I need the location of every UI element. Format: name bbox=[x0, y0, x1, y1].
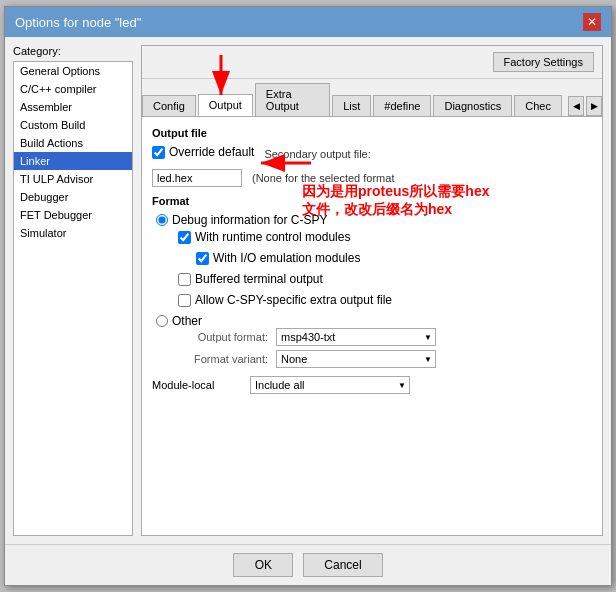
output-format-label: Output format: bbox=[178, 331, 268, 343]
category-item-general[interactable]: General Options bbox=[14, 62, 132, 80]
dialog-footer: OK Cancel bbox=[5, 544, 611, 585]
override-label: Override default bbox=[169, 145, 254, 159]
category-label: Category: bbox=[13, 45, 133, 57]
format-variant-row: Format variant: None bbox=[178, 350, 592, 368]
close-button[interactable]: ✕ bbox=[583, 13, 601, 31]
category-item-custom-build[interactable]: Custom Build bbox=[14, 116, 132, 134]
buffered-checkbox[interactable] bbox=[178, 273, 191, 286]
other-label: Other bbox=[172, 314, 202, 328]
module-local-label: Module-local bbox=[152, 379, 242, 391]
module-local-select-wrapper: Include all Include none Custom bbox=[250, 376, 410, 394]
tab-list[interactable]: List bbox=[332, 95, 371, 116]
tab-chec[interactable]: Chec bbox=[514, 95, 562, 116]
debug-radio-row: Debug information for C-SPY bbox=[156, 213, 592, 227]
override-checkbox[interactable] bbox=[152, 146, 165, 159]
buffered-label: Buffered terminal output bbox=[195, 272, 323, 286]
tab-nav-right[interactable]: ▶ bbox=[586, 96, 602, 116]
debug-radio[interactable] bbox=[156, 214, 168, 226]
tab-content: Output file Override default Secondary o… bbox=[142, 117, 602, 535]
category-item-build-actions[interactable]: Build Actions bbox=[14, 134, 132, 152]
module-local-select[interactable]: Include all Include none Custom bbox=[250, 376, 410, 394]
cancel-button[interactable]: Cancel bbox=[303, 553, 382, 577]
buffered-checkbox-row: Buffered terminal output bbox=[178, 272, 592, 286]
tab-output[interactable]: Output bbox=[198, 94, 253, 116]
override-row: Override default Secondary output file: bbox=[152, 145, 592, 163]
runtime-checkbox[interactable] bbox=[178, 231, 191, 244]
output-file-section-title: Output file bbox=[152, 127, 592, 139]
output-format-row: Output format: msp430-txt bbox=[178, 328, 592, 346]
format-variant-label: Format variant: bbox=[178, 353, 268, 365]
other-radio[interactable] bbox=[156, 315, 168, 327]
category-item-cpp[interactable]: C/C++ compiler bbox=[14, 80, 132, 98]
debug-label: Debug information for C-SPY bbox=[172, 213, 327, 227]
tab-nav-arrows: ◀ ▶ bbox=[568, 96, 602, 116]
dialog-title: Options for node "led" bbox=[15, 15, 141, 30]
io-checkbox-row: With I/O emulation modules bbox=[196, 251, 592, 265]
title-bar: Options for node "led" ✕ bbox=[5, 7, 611, 37]
dialog-body: Category: General Options C/C++ compiler… bbox=[5, 37, 611, 544]
runtime-label: With runtime control modules bbox=[195, 230, 350, 244]
tab-define[interactable]: #define bbox=[373, 95, 431, 116]
buffered-indent: Buffered terminal output bbox=[178, 272, 592, 290]
category-item-simulator[interactable]: Simulator bbox=[14, 224, 132, 242]
module-local-row: Module-local Include all Include none Cu… bbox=[152, 376, 592, 394]
io-label: With I/O emulation modules bbox=[213, 251, 360, 265]
allow-indent: Allow C-SPY-specific extra output file bbox=[178, 293, 592, 311]
tab-diagnostics[interactable]: Diagnostics bbox=[433, 95, 512, 116]
format-section-title: Format bbox=[152, 195, 592, 207]
output-format-select-wrapper: msp430-txt bbox=[276, 328, 436, 346]
output-format-select[interactable]: msp430-txt bbox=[276, 328, 436, 346]
category-panel: Category: General Options C/C++ compiler… bbox=[13, 45, 133, 536]
other-radio-row: Other bbox=[156, 314, 592, 328]
top-row: Factory Settings bbox=[142, 46, 602, 79]
format-radio-group: Debug information for C-SPY With runtime… bbox=[156, 213, 592, 328]
tab-nav-left[interactable]: ◀ bbox=[568, 96, 584, 116]
category-item-tiulp[interactable]: TI ULP Advisor bbox=[14, 170, 132, 188]
category-item-debugger[interactable]: Debugger bbox=[14, 188, 132, 206]
runtime-indent: With runtime control modules bbox=[178, 230, 592, 248]
options-dialog: Options for node "led" ✕ Category: Gener… bbox=[4, 6, 612, 586]
runtime-checkbox-row: With runtime control modules bbox=[178, 230, 592, 244]
allow-checkbox-row: Allow C-SPY-specific extra output file bbox=[178, 293, 592, 307]
category-item-assembler[interactable]: Assembler bbox=[14, 98, 132, 116]
format-variant-select[interactable]: None bbox=[276, 350, 436, 368]
filename-input[interactable] bbox=[152, 169, 242, 187]
tabs-row: Config Output Extra Output List #define … bbox=[142, 79, 602, 117]
filename-row: (None for the selected format bbox=[152, 169, 592, 187]
factory-settings-button[interactable]: Factory Settings bbox=[493, 52, 594, 72]
category-item-fet[interactable]: FET Debugger bbox=[14, 206, 132, 224]
right-panel: Factory Settings Config Output Extra Out… bbox=[141, 45, 603, 536]
io-indent: With I/O emulation modules bbox=[196, 251, 592, 269]
right-panel-wrapper: Factory Settings Config Output Extra Out… bbox=[141, 45, 603, 536]
allow-checkbox[interactable] bbox=[178, 294, 191, 307]
secondary-output-value: (None for the selected format bbox=[252, 172, 394, 184]
secondary-output-label: Secondary output file: bbox=[264, 148, 370, 160]
allow-label: Allow C-SPY-specific extra output file bbox=[195, 293, 392, 307]
category-list: General Options C/C++ compiler Assembler… bbox=[13, 61, 133, 536]
ok-button[interactable]: OK bbox=[233, 553, 293, 577]
format-variant-select-wrapper: None bbox=[276, 350, 436, 368]
io-checkbox[interactable] bbox=[196, 252, 209, 265]
category-item-linker[interactable]: Linker bbox=[14, 152, 132, 170]
tab-config[interactable]: Config bbox=[142, 95, 196, 116]
tab-extra-output[interactable]: Extra Output bbox=[255, 83, 330, 116]
override-checkbox-row: Override default bbox=[152, 145, 254, 159]
format-section: Format Debug information for C-SPY With … bbox=[152, 195, 592, 368]
